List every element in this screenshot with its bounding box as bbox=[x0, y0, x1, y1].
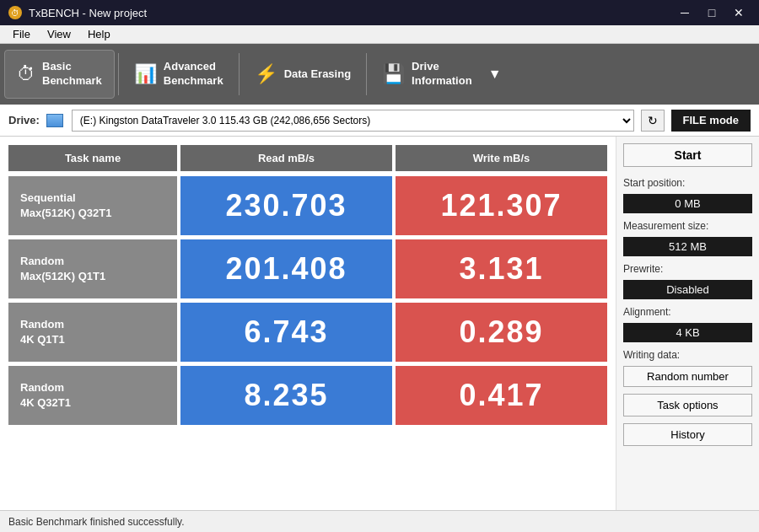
toolbar-sep-1 bbox=[118, 53, 119, 95]
title-bar: ⏱ TxBENCH - New project ─ □ ✕ bbox=[0, 0, 759, 25]
toolbar-sep-2 bbox=[239, 53, 240, 95]
measurement-size-label: Measurement size: bbox=[623, 220, 752, 232]
bench-row-3: Random 4K Q32T1 8.235 0.417 bbox=[8, 366, 607, 425]
drive-label: Drive: bbox=[8, 114, 40, 126]
toolbar-data-erasing-label: Data Erasing bbox=[284, 67, 351, 82]
header-task-name: Task name bbox=[8, 145, 177, 171]
toolbar-data-erasing[interactable]: ⚡ Data Erasing bbox=[243, 50, 363, 99]
bench-row-3-label: Random 4K Q32T1 bbox=[8, 366, 177, 425]
bench-row-1-label: Random Max(512K) Q1T1 bbox=[8, 239, 177, 298]
data-erasing-icon: ⚡ bbox=[255, 63, 277, 85]
toolbar-basic-benchmark-label: Basic bbox=[42, 60, 102, 74]
window-title: TxBENCH - New project bbox=[29, 7, 147, 19]
app-icon: ⏱ bbox=[8, 6, 22, 19]
close-button[interactable]: ✕ bbox=[727, 3, 751, 22]
bench-row-2-write: 0.289 bbox=[396, 303, 607, 362]
drive-information-icon: 💾 bbox=[382, 63, 405, 85]
drive-refresh-button[interactable]: ↻ bbox=[641, 110, 665, 132]
writing-data-value[interactable]: Random number bbox=[623, 366, 752, 387]
advanced-benchmark-icon: 📊 bbox=[134, 63, 157, 85]
bench-row-1-read: 201.408 bbox=[180, 239, 392, 298]
menu-file[interactable]: File bbox=[4, 26, 39, 42]
drive-icon bbox=[46, 114, 63, 127]
toolbar-basic-benchmark-label2: Benchmark bbox=[42, 74, 102, 89]
bench-row-0-read: 230.703 bbox=[180, 176, 392, 235]
bench-row-1: Random Max(512K) Q1T1 201.408 3.131 bbox=[8, 239, 607, 298]
main-content: Task name Read mB/s Write mB/s Sequentia… bbox=[0, 137, 759, 510]
toolbar-advanced-label1: Advanced bbox=[164, 60, 223, 74]
measurement-size-value: 512 MB bbox=[623, 237, 752, 256]
toolbar-advanced-benchmark[interactable]: 📊 Advanced Benchmark bbox=[122, 50, 235, 99]
bench-header: Task name Read mB/s Write mB/s bbox=[8, 145, 607, 171]
minimize-button[interactable]: ─ bbox=[673, 3, 697, 22]
bench-row-3-write: 0.417 bbox=[396, 366, 607, 425]
toolbar-advanced-label2: Benchmark bbox=[164, 74, 223, 89]
toolbar-drive-info-label1: Drive bbox=[412, 60, 472, 74]
start-position-value: 0 MB bbox=[623, 194, 752, 213]
bench-row-3-read: 8.235 bbox=[180, 366, 392, 425]
start-position-label: Start position: bbox=[623, 177, 752, 189]
toolbar-dropdown[interactable]: ▼ bbox=[486, 65, 504, 83]
toolbar-drive-information[interactable]: 💾 Drive Information bbox=[370, 50, 484, 99]
writing-data-label: Writing data: bbox=[623, 349, 752, 361]
status-message: Basic Benchmark finished successfully. bbox=[8, 516, 185, 528]
basic-benchmark-icon: ⏱ bbox=[17, 63, 35, 85]
drive-select[interactable]: (E:) Kingston DataTraveler 3.0 115.43 GB… bbox=[72, 110, 634, 132]
bench-panel: Task name Read mB/s Write mB/s Sequentia… bbox=[0, 137, 616, 510]
header-write: Write mB/s bbox=[396, 145, 607, 171]
alignment-value: 4 KB bbox=[623, 323, 752, 342]
bench-row-0-write: 121.307 bbox=[396, 176, 607, 235]
prewrite-value: Disabled bbox=[623, 280, 752, 299]
menu-bar: File View Help bbox=[0, 25, 759, 44]
maximize-button[interactable]: □ bbox=[700, 3, 724, 22]
toolbar: ⏱ Basic Benchmark 📊 Advanced Benchmark ⚡… bbox=[0, 44, 759, 105]
toolbar-sep-3 bbox=[366, 53, 367, 95]
bench-row-1-write: 3.131 bbox=[396, 239, 607, 298]
bench-row-2: Random 4K Q1T1 6.743 0.289 bbox=[8, 303, 607, 362]
right-panel: Start Start position: 0 MB Measurement s… bbox=[616, 137, 759, 510]
header-read: Read mB/s bbox=[180, 145, 392, 171]
bench-row-2-label: Random 4K Q1T1 bbox=[8, 303, 177, 362]
status-bar: Basic Benchmark finished successfully. bbox=[0, 510, 759, 532]
menu-help[interactable]: Help bbox=[79, 26, 119, 42]
toolbar-drive-info-label2: Information bbox=[412, 74, 472, 89]
bench-row-0: Sequential Max(512K) Q32T1 230.703 121.3… bbox=[8, 176, 607, 235]
file-mode-button[interactable]: FILE mode bbox=[671, 110, 751, 132]
alignment-label: Alignment: bbox=[623, 306, 752, 318]
menu-view[interactable]: View bbox=[39, 26, 79, 42]
drive-row: Drive: (E:) Kingston DataTraveler 3.0 11… bbox=[0, 105, 759, 137]
toolbar-basic-benchmark[interactable]: ⏱ Basic Benchmark bbox=[4, 50, 115, 99]
bench-row-0-label: Sequential Max(512K) Q32T1 bbox=[8, 176, 177, 235]
task-options-button[interactable]: Task options bbox=[623, 394, 752, 416]
prewrite-label: Prewrite: bbox=[623, 263, 752, 275]
bench-row-2-read: 6.743 bbox=[180, 303, 392, 362]
start-button[interactable]: Start bbox=[623, 143, 752, 167]
history-button[interactable]: History bbox=[623, 423, 752, 446]
